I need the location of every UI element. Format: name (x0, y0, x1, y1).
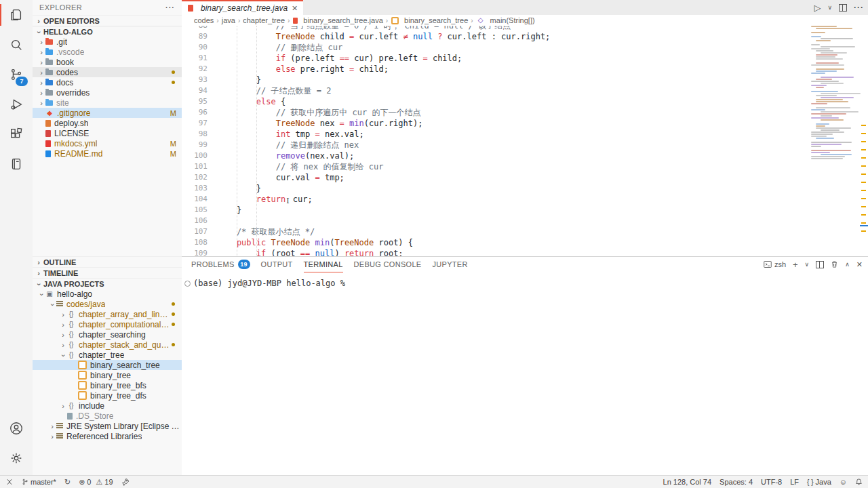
tree-item-hello-algo[interactable]: ›▣hello-algo (33, 289, 182, 299)
tree-item-chapter-searching[interactable]: ›{}chapter_searching (33, 329, 182, 340)
run-debug-icon[interactable] (0, 89, 33, 119)
tree-item-deploy-sh[interactable]: deploy.sh (33, 118, 182, 128)
chevron-right-icon[interactable]: › (60, 402, 66, 410)
tree-item--ds-store[interactable]: .DS_Store (33, 411, 182, 421)
tree-item-include[interactable]: ›{}include (33, 401, 182, 411)
feedback-smiley-icon[interactable]: ☺ (840, 478, 847, 486)
code-line-98[interactable]: 98int tmp = nex.val; (182, 129, 868, 140)
trash-icon[interactable] (831, 260, 838, 268)
code-line-91[interactable]: 91if (pre.left == cur) pre.left = child; (182, 53, 868, 64)
chevron-right-icon[interactable]: › (38, 48, 45, 56)
breadcrumb-item[interactable]: binary_search_tree (391, 16, 468, 24)
code-line-107[interactable]: 107/* 获取最小结点 */ (182, 226, 868, 237)
code-editor[interactable]: 88// 当子结点数量 = 0 / 1 时， child = null / 该子… (182, 26, 868, 256)
tree-item-readme-md[interactable]: README.mdM (33, 148, 182, 159)
new-terminal-icon[interactable]: + (793, 260, 798, 270)
tree-item--gitignore[interactable]: ◆.gitignoreM (33, 108, 182, 118)
chevron-down-icon[interactable]: › (49, 301, 57, 308)
account-icon[interactable] (0, 413, 33, 443)
tree-item-license[interactable]: LICENSE (33, 128, 182, 138)
tree-item-binary-tree-dfs[interactable]: binary_tree_dfs (33, 390, 182, 401)
explorer-icon[interactable] (0, 0, 33, 30)
tree-item-mkdocs-yml[interactable]: mkdocs.ymlM (33, 138, 182, 148)
language-mode[interactable]: { }Java (807, 478, 831, 486)
run-dropdown-icon[interactable]: ∨ (827, 4, 832, 11)
split-editor-icon[interactable] (839, 4, 847, 12)
tree-item-codes[interactable]: ›codes (33, 67, 182, 77)
code-line-93[interactable]: 93} (182, 75, 868, 85)
panel-tab-output[interactable]: OUTPUT (261, 257, 293, 272)
split-terminal-icon[interactable] (816, 261, 824, 268)
code-line-99[interactable]: 99// 递归删除结点 nex (182, 140, 868, 150)
workspace-root[interactable]: › HELLO-ALGO (33, 26, 182, 37)
panel-tab-jupyter[interactable]: JUPYTER (432, 257, 467, 272)
chevron-right-icon[interactable]: › (38, 58, 45, 66)
code-line-105[interactable]: 105} (182, 205, 868, 216)
breadcrumb-item[interactable]: ◇main(String[]) (476, 16, 535, 24)
code-line-88[interactable]: 88// 当子结点数量 = 0 / 1 时， child = null / 该子… (182, 26, 868, 31)
chevron-right-icon[interactable]: › (60, 321, 66, 329)
tree-item-chapter-stack-and-queue[interactable]: ›{}chapter_stack_and_queue (33, 340, 182, 350)
breadcrumb-item[interactable]: java (222, 16, 235, 24)
tree-item-book[interactable]: ›book (33, 57, 182, 67)
indentation-status[interactable]: Spaces: 4 (719, 478, 753, 486)
java-server-status-icon[interactable] (121, 478, 130, 486)
code-line-90[interactable]: 90// 删除结点 cur (182, 42, 868, 53)
tree-item-binary-tree[interactable]: binary_tree (33, 370, 182, 380)
tree-item--git[interactable]: ›.git (33, 37, 182, 47)
search-icon[interactable] (0, 30, 33, 60)
code-line-103[interactable]: 103} (182, 183, 868, 194)
minimap[interactable] (811, 26, 860, 256)
code-line-97[interactable]: 97TreeNode nex = min(cur.right); (182, 118, 868, 129)
code-line-102[interactable]: 102cur.val = tmp; (182, 172, 868, 183)
outline-section[interactable]: › OUTLINE (33, 256, 182, 267)
chevron-down-icon[interactable]: › (60, 352, 68, 359)
java-projects-section[interactable]: › JAVA PROJECTS (33, 278, 182, 289)
tree-item-chapter-tree[interactable]: ›{}chapter_tree (33, 350, 182, 360)
terminal-dropdown-icon[interactable]: ∨ (805, 261, 810, 268)
chevron-right-icon[interactable]: › (38, 68, 45, 77)
tree-item-binary-search-tree[interactable]: binary_search_tree (33, 360, 182, 370)
chevron-right-icon[interactable]: › (49, 432, 56, 441)
tab-binary-search-tree[interactable]: binary_search_tree.java ✕ (182, 0, 303, 15)
code-line-106[interactable]: 106 (182, 216, 868, 226)
chevron-right-icon[interactable]: › (60, 341, 66, 349)
eol-status[interactable]: LF (790, 478, 799, 486)
code-line-100[interactable]: 100remove(nex.val); (182, 150, 868, 161)
sync-status[interactable]: ↻ (64, 478, 71, 487)
maximize-panel-icon[interactable]: ∧ (845, 261, 850, 268)
terminal-output[interactable]: (base) jyd@JYD-MBP hello-algo % (182, 272, 868, 288)
chevron-right-icon[interactable]: › (38, 79, 45, 87)
tree-item-docs[interactable]: ›docs (33, 77, 182, 87)
code-line-109[interactable]: 109if (root == null) return root; (182, 248, 868, 256)
tree-item-overrides[interactable]: ›overrides (33, 87, 182, 98)
code-line-96[interactable]: 96// 获取中序遍历中 cur 的下一个结点 (182, 107, 868, 118)
editor-more-actions[interactable]: ··· (854, 3, 864, 12)
tree-item-codes-java[interactable]: ›codes/java (33, 299, 182, 309)
extensions-icon[interactable] (0, 119, 33, 149)
code-line-101[interactable]: 101// 将 nex 的值复制给 cur (182, 161, 868, 172)
source-control-icon[interactable]: 7 (0, 60, 33, 89)
code-line-108[interactable]: 108public TreeNode min(TreeNode root) { (182, 237, 868, 248)
tree-item-chapter-computational-complexity[interactable]: ›{}chapter_computational_complexity (33, 319, 182, 329)
close-icon[interactable]: ✕ (292, 4, 298, 13)
code-line-92[interactable]: 92else pre.right = child; (182, 64, 868, 75)
chevron-right-icon[interactable]: › (60, 331, 66, 339)
settings-gear-icon[interactable] (0, 443, 33, 473)
chevron-right-icon[interactable]: › (38, 99, 45, 107)
panel-tab-terminal[interactable]: TERMINAL (304, 257, 343, 272)
breadcrumb-item[interactable]: chapter_tree (243, 16, 285, 24)
chevron-right-icon[interactable]: › (49, 422, 56, 430)
code-line-95[interactable]: 95else { (182, 96, 868, 107)
chevron-right-icon[interactable]: › (60, 310, 66, 319)
chevron-right-icon[interactable]: › (38, 38, 45, 46)
git-branch-status[interactable]: master* (22, 478, 56, 486)
tree-item-binary-tree-bfs[interactable]: binary_tree_bfs (33, 380, 182, 390)
encoding-status[interactable]: UTF-8 (761, 478, 782, 486)
tree-item-referenced-libraries[interactable]: ›Referenced Libraries (33, 431, 182, 441)
code-line-89[interactable]: 89TreeNode child = cur.left ≠ null ? cur… (182, 31, 868, 42)
code-line-94[interactable]: 94// 子结点数量 = 2 (182, 85, 868, 96)
breadcrumb-item[interactable]: binary_search_tree.java (292, 16, 382, 24)
close-panel-icon[interactable]: ✕ (856, 260, 863, 269)
chevron-right-icon[interactable]: › (38, 89, 45, 97)
